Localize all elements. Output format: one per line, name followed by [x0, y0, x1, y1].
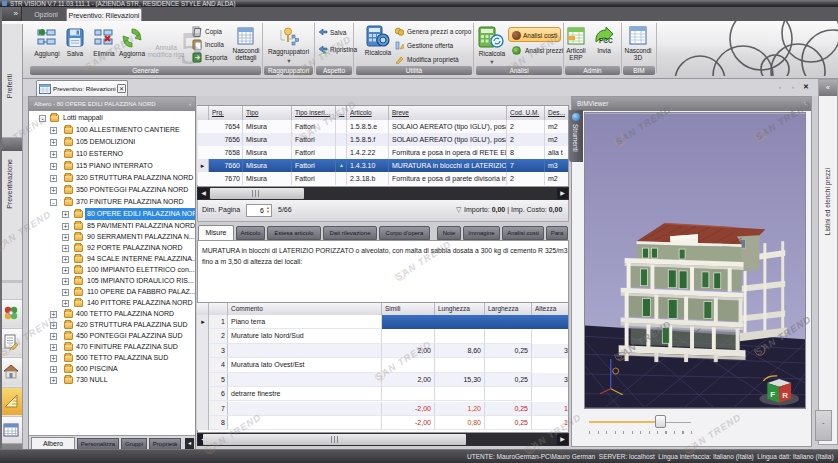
svg-text:R: R [782, 391, 788, 400]
svg-text:F: F [770, 390, 775, 399]
svg-text:PCC: PCC [599, 37, 613, 44]
